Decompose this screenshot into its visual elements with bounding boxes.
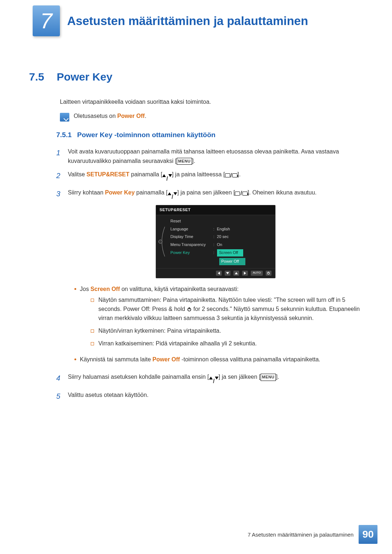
page-footer: 7 Asetusten määrittäminen ja palauttamin…: [248, 525, 377, 544]
bullet-body: Jos Screen Off on valittuna, käytä virta…: [80, 285, 363, 352]
step-text: Voit avata kuvaruutuoppaan painamalla mi…: [68, 148, 339, 164]
chapter-number-badge: 7: [33, 5, 60, 36]
slash: /: [172, 192, 173, 202]
note-icon: [60, 113, 69, 122]
rect-arrow-icon: [242, 192, 248, 196]
t: Näytön/virran kytkeminen: Paina virtapai…: [98, 327, 221, 336]
osd-list: Reset Language:English Display Time:20 s…: [168, 217, 275, 266]
osd-row-language: Language:English: [168, 225, 272, 233]
screen-off-label: Screen Off: [90, 286, 120, 292]
t: -toiminnon ollessa valittuna painamalla …: [180, 356, 320, 362]
footer-text: 7 Asetusten määrittäminen ja palauttamin…: [248, 532, 354, 538]
section-number: 7.5: [29, 71, 44, 83]
note-highlight: Power Off: [117, 113, 145, 119]
bullet-screen-off: Jos Screen Off on valittuna, käytä virta…: [74, 285, 363, 352]
t: ] ja paina laitteessa [: [172, 171, 225, 177]
step-number: 1: [56, 147, 63, 165]
step-number: 3: [56, 188, 63, 368]
step-4: 4 Siirry haluamasi asetuksen kohdalle pa…: [56, 372, 363, 386]
osd-row-power-off: Power Off: [168, 257, 272, 266]
colon: :: [213, 234, 217, 240]
step-body: Siirry haluamasi asetuksen kohdalle pain…: [68, 372, 363, 386]
source-icon: /: [225, 171, 237, 180]
colon: :: [213, 242, 217, 248]
t: painamalla [: [135, 189, 168, 196]
step-number: 4: [56, 372, 63, 386]
osd-label: Power Key: [171, 250, 213, 256]
intro-paragraph: Laitteen virtapainikkeella voidaan suori…: [60, 98, 363, 106]
t: ].: [276, 374, 279, 380]
sub-item-1: Näytön sammuttaminen: Paina virtapainike…: [91, 296, 363, 323]
osd-row-display-time: Display Time:20 sec: [168, 233, 272, 241]
bullet-body: Käynnistä tai sammuta laite Power Off -t…: [80, 355, 320, 364]
osd-power-icon: [266, 271, 271, 276]
step-body: Siirry kohtaan Power Key painamalla [/] …: [68, 188, 363, 368]
triangle-up-icon: [168, 192, 171, 195]
note-suffix: .: [145, 113, 146, 119]
up-down-icon: /: [162, 174, 172, 184]
osd-title: SETUP&RESET: [156, 205, 275, 215]
slash: /: [230, 171, 232, 180]
svg-point-0: [159, 240, 162, 243]
osd-auto-button: AUTO: [251, 271, 262, 276]
power-key-label: Power Key: [105, 189, 135, 196]
bullet-list: Jos Screen Off on valittuna, käytä virta…: [74, 285, 363, 365]
bullet-power-off: Käynnistä tai sammuta laite Power Off -t…: [74, 355, 363, 364]
note-row: Oletusasetus on Power Off.: [60, 113, 363, 122]
t: Siirry haluamasi asetuksen kohdalle pain…: [68, 374, 209, 380]
osd-body: Reset Language:English Display Time:20 s…: [156, 215, 275, 266]
t: ] ja paina sen jälkeen [: [177, 189, 235, 196]
osd-right-icon: [242, 271, 248, 276]
step-body: Voit avata kuvaruutuoppaan painamalla mi…: [68, 147, 363, 165]
osd-value: On: [217, 242, 272, 248]
step-number: 2: [56, 170, 63, 184]
osd-screenshot: SETUP&RESET Reset Language:English Displ…: [68, 205, 363, 278]
chapter-title: Asetusten määrittäminen ja palauttaminen: [67, 14, 308, 28]
osd-curve-icon: [156, 217, 168, 266]
up-down-icon: /: [209, 377, 219, 386]
step-2: 2 Valitse SETUP&RESET painamalla [/] ja …: [56, 170, 363, 184]
slash: /: [166, 174, 168, 184]
rect-icon: [235, 192, 240, 196]
triangle-up-icon: [209, 377, 213, 379]
osd-label: Language: [171, 226, 213, 233]
osd-footer: AUTO: [156, 268, 275, 278]
power-off-label: Power Off: [152, 356, 180, 362]
triangle-down-icon: [215, 377, 219, 379]
power-icon: [187, 307, 192, 312]
slash: /: [240, 189, 242, 198]
osd-left-icon: [216, 271, 222, 276]
section-heading: 7.5 Power Key: [29, 71, 363, 83]
t: Käynnistä tai sammuta laite: [80, 356, 152, 362]
slash: /: [213, 377, 215, 386]
osd-label: Menu Transparency: [171, 242, 213, 248]
rect-arrow-icon: [232, 173, 237, 177]
chapter-header: 7 Asetusten määrittäminen ja palauttamin…: [0, 0, 392, 40]
osd-option-power-off: Power Off: [219, 258, 245, 265]
subsection-number: 7.5.1: [56, 131, 72, 139]
osd-option-screen-off: Screen Off: [217, 249, 243, 257]
t: painamalla [: [130, 171, 163, 177]
step-after: ].: [192, 158, 195, 164]
page-content: 7.5 Power Key Laitteen virtapainikkeella…: [0, 40, 392, 402]
sub-item-2: Näytön/virran kytkeminen: Paina virtapai…: [91, 327, 363, 336]
menu-key: MENU: [177, 158, 192, 165]
t: on valittuna, käytä virtapainiketta seur…: [120, 286, 238, 292]
osd-value: English: [217, 226, 272, 233]
colon: :: [213, 226, 217, 233]
triangle-up-icon: [162, 174, 166, 177]
step-body: Valittu asetus otetaan käyttöön.: [68, 390, 363, 402]
osd-value: 20 sec: [217, 234, 272, 240]
osd-up-icon: [233, 271, 239, 276]
step-3: 3 Siirry kohtaan Power Key painamalla [/…: [56, 188, 363, 368]
page-number: 90: [359, 525, 377, 544]
osd-panel: SETUP&RESET Reset Language:English Displ…: [156, 205, 275, 278]
t: ] ja sen jälkeen [: [219, 374, 261, 380]
triangle-down-icon: [168, 174, 172, 177]
note-text: Oletusasetus on Power Off.: [74, 113, 146, 119]
t: Siirry kohtaan: [68, 189, 105, 196]
note-prefix: Oletusasetus on: [74, 113, 117, 119]
t: Valitse: [68, 171, 86, 177]
sub-list: Näytön sammuttaminen: Paina virtapainike…: [91, 296, 363, 348]
rect-icon: [225, 173, 230, 177]
